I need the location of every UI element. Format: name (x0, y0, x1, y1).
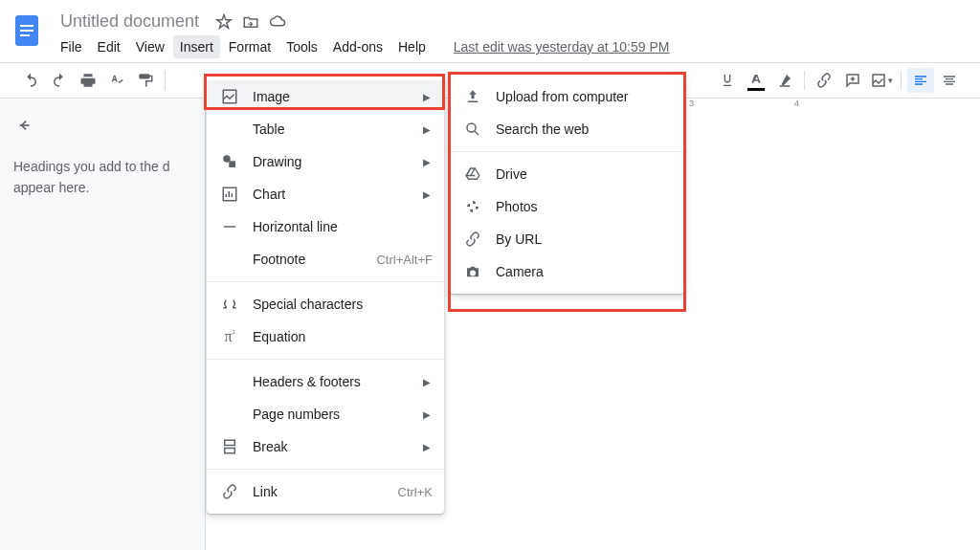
star-icon[interactable] (215, 13, 233, 31)
image-submenu: Upload from computer Search the web Driv… (450, 75, 684, 294)
menu-insert[interactable]: Insert (173, 35, 220, 58)
move-folder-icon[interactable] (242, 13, 259, 31)
camera-item[interactable]: Camera (450, 255, 684, 288)
hr-icon (220, 217, 239, 236)
by-url-item[interactable]: By URL (450, 223, 684, 255)
insert-special-chars-item[interactable]: Special characters (207, 288, 444, 320)
redo-button[interactable] (46, 68, 73, 93)
svg-rect-2 (20, 30, 33, 32)
break-icon (220, 437, 239, 456)
menu-addons[interactable]: Add-ons (326, 35, 390, 58)
insert-dropdown: Image ▶ Table ▶ Drawing ▶ Chart ▶ Horizo… (207, 75, 444, 514)
menu-view[interactable]: View (129, 35, 171, 58)
title-row: Untitled document (54, 8, 669, 35)
insert-pagenum-item[interactable]: Page numbers ▶ (207, 398, 444, 430)
insert-link-item[interactable]: Link Ctrl+K (207, 475, 444, 508)
svg-rect-7 (229, 161, 235, 167)
header: Untitled document File Edit View Insert … (0, 0, 980, 62)
search-web-item[interactable]: Search the web (450, 113, 684, 145)
menu-help[interactable]: Help (391, 35, 433, 58)
drive-icon (463, 165, 482, 184)
insert-chart-item[interactable]: Chart ▶ (207, 178, 444, 210)
svg-rect-10 (225, 440, 235, 445)
last-edit-link[interactable]: Last edit was yesterday at 10:59 PM (454, 39, 670, 55)
insert-image-button[interactable]: ▾ (868, 68, 895, 93)
svg-point-12 (467, 123, 476, 132)
image-icon (220, 87, 239, 106)
insert-footnote-item[interactable]: Footnote Ctrl+Alt+F (207, 243, 444, 275)
svg-rect-1 (20, 25, 33, 27)
insert-headers-item[interactable]: Headers & footers ▶ (207, 365, 444, 398)
undo-button[interactable] (17, 68, 44, 93)
menu-file[interactable]: File (54, 35, 89, 58)
insert-break-item[interactable]: Break ▶ (207, 430, 444, 463)
document-title[interactable]: Untitled document (54, 10, 206, 33)
svg-line-13 (475, 131, 479, 135)
paint-format-button[interactable] (132, 68, 159, 93)
url-link-icon (463, 230, 482, 249)
camera-icon (463, 262, 482, 281)
underline-button[interactable] (714, 68, 741, 93)
menubar: File Edit View Insert Format Tools Add-o… (54, 35, 669, 62)
outline-empty-hint: Headings you add to the d appear here. (13, 156, 191, 199)
drawing-icon (220, 152, 239, 171)
svg-rect-11 (225, 449, 235, 453)
insert-image-item[interactable]: Image ▶ (207, 80, 444, 113)
spellcheck-button[interactable] (103, 68, 130, 93)
insert-hr-item[interactable]: Horizontal line (207, 210, 444, 243)
print-button[interactable] (75, 68, 101, 93)
align-center-button[interactable] (936, 68, 963, 93)
photos-icon (463, 197, 482, 216)
docs-logo-icon[interactable] (8, 11, 46, 50)
add-comment-button[interactable] (839, 68, 866, 93)
svg-rect-3 (20, 34, 30, 36)
menu-format[interactable]: Format (222, 35, 278, 58)
upload-from-computer-item[interactable]: Upload from computer (450, 80, 684, 113)
cloud-status-icon[interactable] (269, 13, 286, 31)
omega-icon (220, 295, 239, 314)
insert-link-button[interactable] (811, 68, 837, 93)
highlight-color-button[interactable] (771, 68, 798, 93)
menu-tools[interactable]: Tools (279, 35, 324, 58)
link-icon (220, 482, 239, 501)
insert-equation-item[interactable]: π² Equation (207, 320, 444, 353)
pi-icon: π² (220, 327, 239, 346)
insert-table-item[interactable]: Table ▶ (207, 113, 444, 145)
align-left-button[interactable] (907, 68, 934, 93)
svg-rect-4 (873, 75, 884, 86)
drive-item[interactable]: Drive (450, 158, 684, 190)
chart-icon (220, 185, 239, 204)
upload-icon (463, 87, 482, 106)
insert-drawing-item[interactable]: Drawing ▶ (207, 145, 444, 178)
text-color-button[interactable] (743, 68, 769, 93)
outline-panel: Headings you add to the d appear here. (0, 99, 206, 550)
search-icon (463, 120, 482, 139)
menu-edit[interactable]: Edit (91, 35, 127, 58)
photos-item[interactable]: Photos (450, 190, 684, 223)
close-outline-icon[interactable] (13, 116, 33, 135)
vertical-ruler: 1 2 (0, 104, 4, 495)
